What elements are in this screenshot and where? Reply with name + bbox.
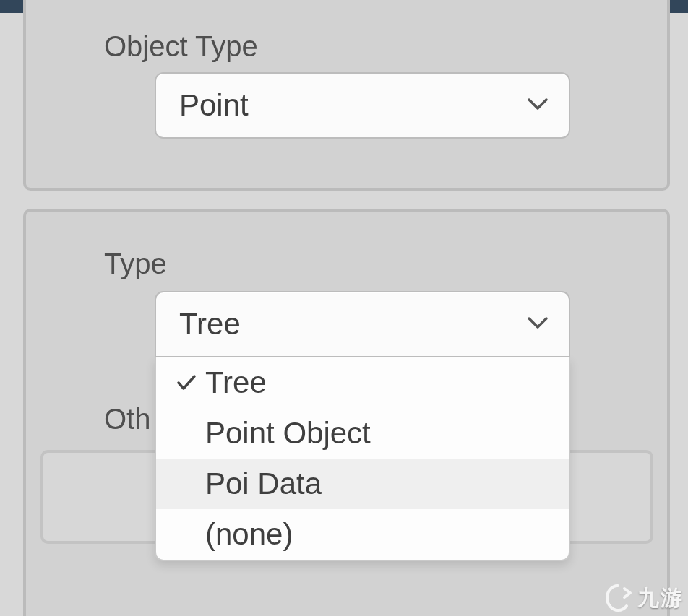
type-label: Type bbox=[104, 248, 167, 280]
watermark-text: 九游 bbox=[637, 584, 684, 613]
type-option-label: Poi Data bbox=[202, 467, 322, 501]
type-select-value: Tree bbox=[179, 307, 241, 342]
type-option-point-object[interactable]: Point Object bbox=[156, 408, 569, 459]
type-option-label: (none) bbox=[202, 517, 293, 552]
type-option-poi-data[interactable]: Poi Data bbox=[156, 459, 569, 509]
type-option-label: Point Object bbox=[202, 416, 371, 451]
check-icon bbox=[171, 373, 202, 392]
type-option-label: Tree bbox=[202, 365, 267, 400]
object-type-select[interactable]: Point bbox=[155, 72, 570, 139]
object-type-panel: Object Type Point bbox=[23, 0, 670, 191]
type-option-tree[interactable]: Tree bbox=[156, 357, 569, 408]
type-select[interactable]: Tree bbox=[155, 291, 570, 357]
type-panel: Type Oth Tree Tree Point Object Poi Data… bbox=[23, 209, 670, 616]
watermark: 九游 bbox=[603, 583, 684, 613]
type-option-none[interactable]: (none) bbox=[156, 509, 569, 560]
type-dropdown: Tree Point Object Poi Data (none) bbox=[155, 357, 570, 561]
other-label-partial: Oth bbox=[104, 403, 150, 435]
object-type-select-value: Point bbox=[179, 88, 249, 123]
watermark-logo-icon bbox=[603, 583, 633, 613]
object-type-label: Object Type bbox=[104, 30, 258, 63]
chevron-down-icon bbox=[527, 97, 549, 114]
chevron-down-icon bbox=[527, 316, 549, 333]
